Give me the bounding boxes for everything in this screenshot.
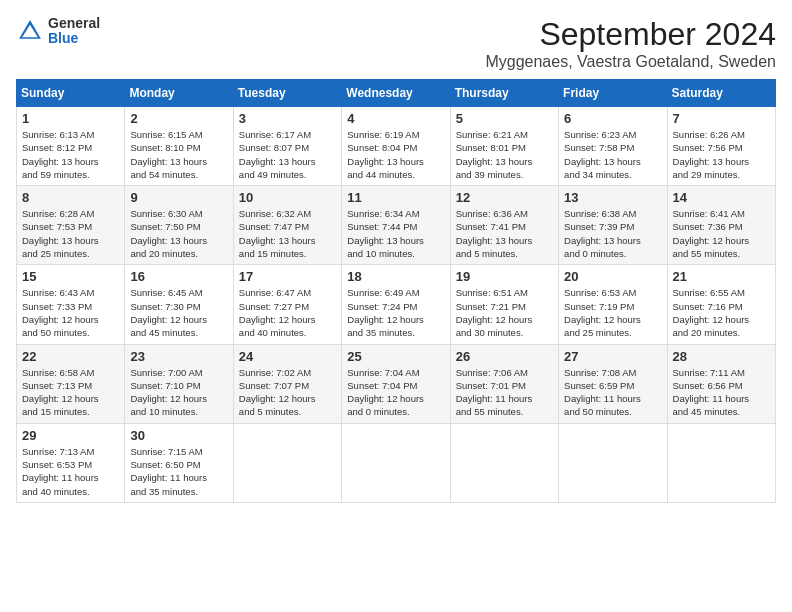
sunrise-text: Sunrise: 6:55 AM bbox=[673, 287, 745, 298]
calendar-cell: 18Sunrise: 6:49 AMSunset: 7:24 PMDayligh… bbox=[342, 265, 450, 344]
daylight-minutes-text: and 25 minutes. bbox=[564, 327, 632, 338]
calendar-cell: 13Sunrise: 6:38 AMSunset: 7:39 PMDayligh… bbox=[559, 186, 667, 265]
sunset-text: Sunset: 8:04 PM bbox=[347, 142, 417, 153]
daylight-text: Daylight: 11 hours bbox=[22, 472, 99, 483]
calendar-cell bbox=[450, 423, 558, 502]
sunset-text: Sunset: 7:16 PM bbox=[673, 301, 743, 312]
cell-content: Sunrise: 7:02 AMSunset: 7:07 PMDaylight:… bbox=[239, 366, 336, 419]
sunset-text: Sunset: 7:30 PM bbox=[130, 301, 200, 312]
cell-content: Sunrise: 6:21 AMSunset: 8:01 PMDaylight:… bbox=[456, 128, 553, 181]
cell-content: Sunrise: 6:28 AMSunset: 7:53 PMDaylight:… bbox=[22, 207, 119, 260]
logo-text: General Blue bbox=[48, 16, 100, 47]
sunrise-text: Sunrise: 7:04 AM bbox=[347, 367, 419, 378]
cell-content: Sunrise: 6:32 AMSunset: 7:47 PMDaylight:… bbox=[239, 207, 336, 260]
daylight-text: Daylight: 13 hours bbox=[22, 235, 99, 246]
sunrise-text: Sunrise: 6:45 AM bbox=[130, 287, 202, 298]
daylight-text: Daylight: 13 hours bbox=[564, 235, 641, 246]
sunrise-text: Sunrise: 6:43 AM bbox=[22, 287, 94, 298]
sunrise-text: Sunrise: 6:53 AM bbox=[564, 287, 636, 298]
sunrise-text: Sunrise: 7:06 AM bbox=[456, 367, 528, 378]
calendar-week-4: 22Sunrise: 6:58 AMSunset: 7:13 PMDayligh… bbox=[17, 344, 776, 423]
calendar-cell: 29Sunrise: 7:13 AMSunset: 6:53 PMDayligh… bbox=[17, 423, 125, 502]
page-header: General Blue September 2024 Myggenaes, V… bbox=[16, 16, 776, 71]
sunrise-text: Sunrise: 7:15 AM bbox=[130, 446, 202, 457]
month-title: September 2024 bbox=[485, 16, 776, 53]
sunset-text: Sunset: 7:36 PM bbox=[673, 221, 743, 232]
daylight-text: Daylight: 11 hours bbox=[456, 393, 533, 404]
calendar-header-row: SundayMondayTuesdayWednesdayThursdayFrid… bbox=[17, 80, 776, 107]
calendar-cell: 20Sunrise: 6:53 AMSunset: 7:19 PMDayligh… bbox=[559, 265, 667, 344]
sunset-text: Sunset: 7:58 PM bbox=[564, 142, 634, 153]
calendar-cell: 8Sunrise: 6:28 AMSunset: 7:53 PMDaylight… bbox=[17, 186, 125, 265]
daylight-minutes-text: and 50 minutes. bbox=[22, 327, 90, 338]
daylight-minutes-text: and 10 minutes. bbox=[130, 406, 198, 417]
sunrise-text: Sunrise: 6:34 AM bbox=[347, 208, 419, 219]
cell-content: Sunrise: 6:43 AMSunset: 7:33 PMDaylight:… bbox=[22, 286, 119, 339]
day-header-wednesday: Wednesday bbox=[342, 80, 450, 107]
sunset-text: Sunset: 7:56 PM bbox=[673, 142, 743, 153]
sunrise-text: Sunrise: 6:58 AM bbox=[22, 367, 94, 378]
daylight-minutes-text: and 35 minutes. bbox=[347, 327, 415, 338]
sunrise-text: Sunrise: 6:21 AM bbox=[456, 129, 528, 140]
calendar-cell: 5Sunrise: 6:21 AMSunset: 8:01 PMDaylight… bbox=[450, 107, 558, 186]
logo: General Blue bbox=[16, 16, 100, 47]
cell-content: Sunrise: 6:15 AMSunset: 8:10 PMDaylight:… bbox=[130, 128, 227, 181]
daylight-minutes-text: and 15 minutes. bbox=[239, 248, 307, 259]
sunset-text: Sunset: 7:44 PM bbox=[347, 221, 417, 232]
calendar-cell: 6Sunrise: 6:23 AMSunset: 7:58 PMDaylight… bbox=[559, 107, 667, 186]
calendar-cell: 28Sunrise: 7:11 AMSunset: 6:56 PMDayligh… bbox=[667, 344, 775, 423]
cell-content: Sunrise: 7:15 AMSunset: 6:50 PMDaylight:… bbox=[130, 445, 227, 498]
daylight-text: Daylight: 12 hours bbox=[456, 314, 533, 325]
sunset-text: Sunset: 6:53 PM bbox=[22, 459, 92, 470]
logo-blue-text: Blue bbox=[48, 31, 100, 46]
daylight-text: Daylight: 11 hours bbox=[130, 472, 207, 483]
location-title: Myggenaes, Vaestra Goetaland, Sweden bbox=[485, 53, 776, 71]
logo-icon bbox=[16, 17, 44, 45]
daylight-text: Daylight: 13 hours bbox=[347, 156, 424, 167]
day-number: 14 bbox=[673, 190, 770, 205]
cell-content: Sunrise: 6:49 AMSunset: 7:24 PMDaylight:… bbox=[347, 286, 444, 339]
calendar-cell: 22Sunrise: 6:58 AMSunset: 7:13 PMDayligh… bbox=[17, 344, 125, 423]
day-number: 9 bbox=[130, 190, 227, 205]
day-header-friday: Friday bbox=[559, 80, 667, 107]
sunrise-text: Sunrise: 7:02 AM bbox=[239, 367, 311, 378]
calendar-cell: 3Sunrise: 6:17 AMSunset: 8:07 PMDaylight… bbox=[233, 107, 341, 186]
day-number: 20 bbox=[564, 269, 661, 284]
sunset-text: Sunset: 7:27 PM bbox=[239, 301, 309, 312]
cell-content: Sunrise: 6:58 AMSunset: 7:13 PMDaylight:… bbox=[22, 366, 119, 419]
sunset-text: Sunset: 7:13 PM bbox=[22, 380, 92, 391]
daylight-minutes-text: and 29 minutes. bbox=[673, 169, 741, 180]
daylight-text: Daylight: 13 hours bbox=[347, 235, 424, 246]
cell-content: Sunrise: 6:36 AMSunset: 7:41 PMDaylight:… bbox=[456, 207, 553, 260]
sunrise-text: Sunrise: 6:51 AM bbox=[456, 287, 528, 298]
cell-content: Sunrise: 6:26 AMSunset: 7:56 PMDaylight:… bbox=[673, 128, 770, 181]
day-number: 30 bbox=[130, 428, 227, 443]
day-number: 8 bbox=[22, 190, 119, 205]
sunset-text: Sunset: 7:39 PM bbox=[564, 221, 634, 232]
sunset-text: Sunset: 8:07 PM bbox=[239, 142, 309, 153]
day-number: 22 bbox=[22, 349, 119, 364]
sunset-text: Sunset: 7:19 PM bbox=[564, 301, 634, 312]
daylight-minutes-text: and 45 minutes. bbox=[673, 406, 741, 417]
calendar-week-2: 8Sunrise: 6:28 AMSunset: 7:53 PMDaylight… bbox=[17, 186, 776, 265]
day-header-thursday: Thursday bbox=[450, 80, 558, 107]
sunset-text: Sunset: 7:04 PM bbox=[347, 380, 417, 391]
calendar-cell: 2Sunrise: 6:15 AMSunset: 8:10 PMDaylight… bbox=[125, 107, 233, 186]
day-number: 4 bbox=[347, 111, 444, 126]
sunset-text: Sunset: 6:50 PM bbox=[130, 459, 200, 470]
daylight-text: Daylight: 13 hours bbox=[130, 156, 207, 167]
calendar-cell: 11Sunrise: 6:34 AMSunset: 7:44 PMDayligh… bbox=[342, 186, 450, 265]
sunset-text: Sunset: 7:07 PM bbox=[239, 380, 309, 391]
day-number: 7 bbox=[673, 111, 770, 126]
day-header-sunday: Sunday bbox=[17, 80, 125, 107]
sunset-text: Sunset: 7:41 PM bbox=[456, 221, 526, 232]
daylight-text: Daylight: 11 hours bbox=[564, 393, 641, 404]
calendar-cell: 14Sunrise: 6:41 AMSunset: 7:36 PMDayligh… bbox=[667, 186, 775, 265]
day-header-saturday: Saturday bbox=[667, 80, 775, 107]
daylight-minutes-text: and 40 minutes. bbox=[22, 486, 90, 497]
sunset-text: Sunset: 6:59 PM bbox=[564, 380, 634, 391]
cell-content: Sunrise: 7:11 AMSunset: 6:56 PMDaylight:… bbox=[673, 366, 770, 419]
day-number: 17 bbox=[239, 269, 336, 284]
daylight-minutes-text: and 25 minutes. bbox=[22, 248, 90, 259]
cell-content: Sunrise: 7:08 AMSunset: 6:59 PMDaylight:… bbox=[564, 366, 661, 419]
